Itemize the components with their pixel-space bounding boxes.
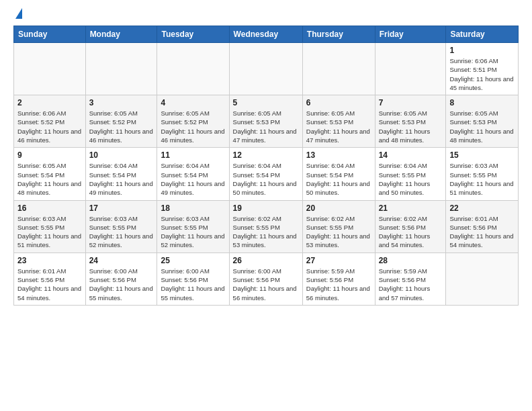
calendar-week-row: 1Sunrise: 6:06 AM Sunset: 5:51 PM Daylig… <box>14 43 519 95</box>
calendar-cell: 27Sunrise: 5:59 AM Sunset: 5:56 PM Dayli… <box>302 253 375 305</box>
calendar-cell: 10Sunrise: 6:04 AM Sunset: 5:54 PM Dayli… <box>85 148 157 200</box>
day-number: 12 <box>233 150 299 160</box>
day-info: Sunrise: 6:02 AM Sunset: 5:55 PM Dayligh… <box>233 214 299 250</box>
calendar-cell: 3Sunrise: 6:05 AM Sunset: 5:52 PM Daylig… <box>85 95 157 148</box>
day-info: Sunrise: 6:01 AM Sunset: 5:56 PM Dayligh… <box>449 214 515 250</box>
day-info: Sunrise: 6:05 AM Sunset: 5:54 PM Dayligh… <box>17 161 82 197</box>
calendar-cell: 28Sunrise: 5:59 AM Sunset: 5:56 PM Dayli… <box>375 253 446 305</box>
calendar-week-row: 9Sunrise: 6:05 AM Sunset: 5:54 PM Daylig… <box>14 148 519 200</box>
calendar-cell: 4Sunrise: 6:05 AM Sunset: 5:52 PM Daylig… <box>157 95 229 148</box>
day-number: 13 <box>306 150 371 160</box>
calendar-cell: 14Sunrise: 6:04 AM Sunset: 5:55 PM Dayli… <box>375 148 446 200</box>
day-info: Sunrise: 6:03 AM Sunset: 5:55 PM Dayligh… <box>89 214 154 250</box>
calendar-cell: 23Sunrise: 6:01 AM Sunset: 5:56 PM Dayli… <box>14 253 86 305</box>
day-info: Sunrise: 6:04 AM Sunset: 5:54 PM Dayligh… <box>306 161 371 197</box>
day-number: 16 <box>17 203 82 213</box>
calendar-cell <box>446 253 519 305</box>
calendar-week-row: 23Sunrise: 6:01 AM Sunset: 5:56 PM Dayli… <box>14 253 519 305</box>
day-number: 11 <box>161 150 225 160</box>
day-number: 24 <box>89 256 154 265</box>
page: SundayMondayTuesdayWednesdayThursdayFrid… <box>0 0 532 316</box>
calendar-week-row: 2Sunrise: 6:06 AM Sunset: 5:52 PM Daylig… <box>14 95 519 148</box>
day-info: Sunrise: 6:02 AM Sunset: 5:55 PM Dayligh… <box>306 214 371 250</box>
day-info: Sunrise: 6:05 AM Sunset: 5:53 PM Dayligh… <box>306 109 371 144</box>
day-number: 26 <box>233 256 299 265</box>
day-number: 14 <box>379 150 443 160</box>
day-info: Sunrise: 6:05 AM Sunset: 5:53 PM Dayligh… <box>379 109 443 144</box>
day-info: Sunrise: 6:02 AM Sunset: 5:56 PM Dayligh… <box>379 214 443 250</box>
calendar-cell: 18Sunrise: 6:03 AM Sunset: 5:55 PM Dayli… <box>157 200 229 253</box>
day-info: Sunrise: 6:00 AM Sunset: 5:56 PM Dayligh… <box>89 267 154 302</box>
calendar-cell: 9Sunrise: 6:05 AM Sunset: 5:54 PM Daylig… <box>14 148 86 200</box>
calendar-cell <box>157 43 229 95</box>
day-number: 25 <box>161 256 225 265</box>
calendar-header-sunday: Sunday <box>14 26 86 43</box>
day-info: Sunrise: 6:05 AM Sunset: 5:52 PM Dayligh… <box>161 109 225 144</box>
calendar-header-row: SundayMondayTuesdayWednesdayThursdayFrid… <box>14 26 519 43</box>
day-number: 10 <box>89 150 154 160</box>
day-number: 9 <box>17 150 82 160</box>
calendar-table: SundayMondayTuesdayWednesdayThursdayFrid… <box>13 26 519 306</box>
day-number: 6 <box>306 98 371 107</box>
logo <box>13 11 22 19</box>
calendar-header-monday: Monday <box>85 26 157 43</box>
day-info: Sunrise: 6:05 AM Sunset: 5:53 PM Dayligh… <box>233 109 299 144</box>
calendar-cell: 19Sunrise: 6:02 AM Sunset: 5:55 PM Dayli… <box>229 200 302 253</box>
calendar-header-saturday: Saturday <box>446 26 519 43</box>
calendar-header-wednesday: Wednesday <box>229 26 302 43</box>
calendar-cell: 5Sunrise: 6:05 AM Sunset: 5:53 PM Daylig… <box>229 95 302 148</box>
calendar-cell: 22Sunrise: 6:01 AM Sunset: 5:56 PM Dayli… <box>446 200 519 253</box>
day-number: 28 <box>379 256 443 265</box>
calendar-cell: 25Sunrise: 6:00 AM Sunset: 5:56 PM Dayli… <box>157 253 229 305</box>
calendar-cell: 13Sunrise: 6:04 AM Sunset: 5:54 PM Dayli… <box>302 148 375 200</box>
day-number: 22 <box>449 203 515 213</box>
calendar-cell: 8Sunrise: 6:05 AM Sunset: 5:53 PM Daylig… <box>446 95 519 148</box>
day-number: 27 <box>306 256 371 265</box>
day-number: 21 <box>379 203 443 213</box>
logo-triangle-icon <box>15 8 22 19</box>
calendar-cell: 7Sunrise: 6:05 AM Sunset: 5:53 PM Daylig… <box>375 95 446 148</box>
day-number: 1 <box>449 46 515 55</box>
day-info: Sunrise: 6:00 AM Sunset: 5:56 PM Dayligh… <box>233 267 299 302</box>
calendar-cell: 11Sunrise: 6:04 AM Sunset: 5:54 PM Dayli… <box>157 148 229 200</box>
day-info: Sunrise: 5:59 AM Sunset: 5:56 PM Dayligh… <box>306 267 371 302</box>
calendar-cell: 20Sunrise: 6:02 AM Sunset: 5:55 PM Dayli… <box>302 200 375 253</box>
calendar-cell <box>14 43 86 95</box>
calendar-cell: 2Sunrise: 6:06 AM Sunset: 5:52 PM Daylig… <box>14 95 86 148</box>
calendar-cell: 26Sunrise: 6:00 AM Sunset: 5:56 PM Dayli… <box>229 253 302 305</box>
day-number: 17 <box>89 203 154 213</box>
day-info: Sunrise: 6:06 AM Sunset: 5:52 PM Dayligh… <box>17 109 82 144</box>
calendar-cell: 1Sunrise: 6:06 AM Sunset: 5:51 PM Daylig… <box>446 43 519 95</box>
day-number: 18 <box>161 203 225 213</box>
calendar-header-thursday: Thursday <box>302 26 375 43</box>
day-number: 15 <box>449 150 515 160</box>
calendar-header-friday: Friday <box>375 26 446 43</box>
day-info: Sunrise: 6:03 AM Sunset: 5:55 PM Dayligh… <box>161 214 225 250</box>
calendar-cell: 16Sunrise: 6:03 AM Sunset: 5:55 PM Dayli… <box>14 200 86 253</box>
day-info: Sunrise: 6:00 AM Sunset: 5:56 PM Dayligh… <box>161 267 225 302</box>
calendar-cell: 21Sunrise: 6:02 AM Sunset: 5:56 PM Dayli… <box>375 200 446 253</box>
day-number: 5 <box>233 98 299 107</box>
day-info: Sunrise: 6:03 AM Sunset: 5:55 PM Dayligh… <box>17 214 82 250</box>
day-number: 8 <box>449 98 515 107</box>
day-number: 7 <box>379 98 443 107</box>
calendar-cell: 17Sunrise: 6:03 AM Sunset: 5:55 PM Dayli… <box>85 200 157 253</box>
day-number: 4 <box>161 98 225 107</box>
day-number: 3 <box>89 98 154 107</box>
calendar-cell: 12Sunrise: 6:04 AM Sunset: 5:54 PM Dayli… <box>229 148 302 200</box>
calendar-cell <box>302 43 375 95</box>
day-info: Sunrise: 6:03 AM Sunset: 5:55 PM Dayligh… <box>449 161 515 197</box>
calendar-cell: 6Sunrise: 6:05 AM Sunset: 5:53 PM Daylig… <box>302 95 375 148</box>
day-info: Sunrise: 5:59 AM Sunset: 5:56 PM Dayligh… <box>379 267 443 302</box>
calendar-header-tuesday: Tuesday <box>157 26 229 43</box>
day-info: Sunrise: 6:05 AM Sunset: 5:53 PM Dayligh… <box>449 109 515 144</box>
day-number: 20 <box>306 203 371 213</box>
day-info: Sunrise: 6:04 AM Sunset: 5:54 PM Dayligh… <box>89 161 154 197</box>
day-number: 19 <box>233 203 299 213</box>
calendar-cell <box>229 43 302 95</box>
calendar-cell: 15Sunrise: 6:03 AM Sunset: 5:55 PM Dayli… <box>446 148 519 200</box>
calendar-cell <box>375 43 446 95</box>
day-info: Sunrise: 6:06 AM Sunset: 5:51 PM Dayligh… <box>449 56 515 92</box>
calendar-cell <box>85 43 157 95</box>
day-info: Sunrise: 6:01 AM Sunset: 5:56 PM Dayligh… <box>17 267 82 302</box>
